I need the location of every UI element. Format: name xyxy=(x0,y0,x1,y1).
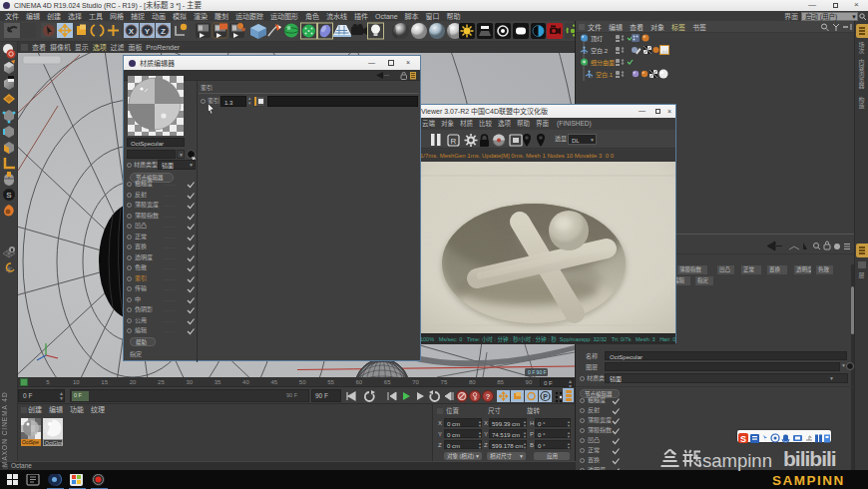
svg-text:空白.1: 空白.1 xyxy=(596,71,614,79)
svg-text:Y: Y xyxy=(145,27,151,36)
svg-text:P: P xyxy=(543,393,548,400)
svg-text:空白.2: 空白.2 xyxy=(591,47,609,55)
svg-text:0 F 90 F: 0 F 90 F xyxy=(528,369,547,375)
svg-text:细分曲面: 细分曲面 xyxy=(591,59,615,67)
svg-text:Z: Z xyxy=(161,27,166,36)
svg-text:X: X xyxy=(129,27,135,36)
svg-text:顶灯: 顶灯 xyxy=(591,35,603,43)
svg-text:R: R xyxy=(451,137,457,146)
svg-text:S: S xyxy=(6,191,11,200)
svg-text:?: ? xyxy=(486,392,491,401)
